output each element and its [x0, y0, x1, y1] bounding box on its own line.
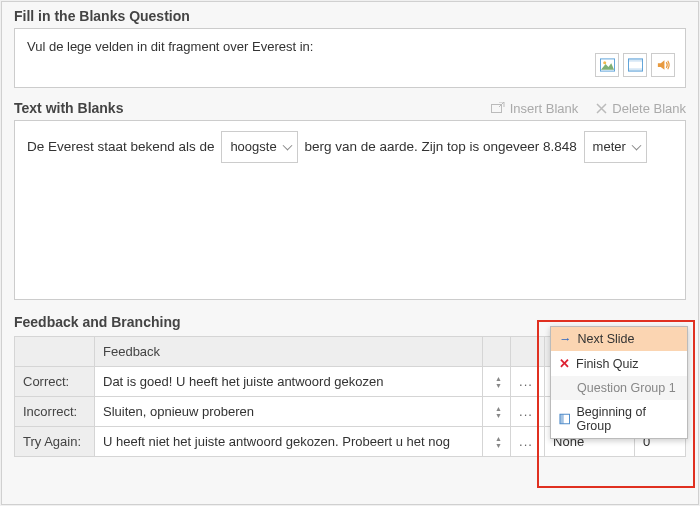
menu-item-finish-quiz[interactable]: ✕ Finish Quiz — [551, 351, 687, 376]
menu-item-beginning-of-group[interactable]: Beginning of Group — [551, 400, 687, 438]
empty-header — [15, 337, 95, 367]
more-button-correct[interactable]: ... — [511, 367, 545, 397]
more-col-header — [511, 337, 545, 367]
video-icon — [628, 58, 643, 72]
blanks-text-box[interactable]: De Everest staat bekend als de hoogste b… — [14, 120, 686, 300]
stepper-tryagain[interactable]: ▲▼ — [483, 427, 511, 457]
stepper-correct[interactable]: ▲▼ — [483, 367, 511, 397]
question-text-box[interactable]: Vul de lege velden in dit fragment over … — [14, 28, 686, 88]
row-label-correct: Correct: — [15, 367, 95, 397]
group-start-icon — [559, 413, 570, 425]
question-section-header: Fill in the Blanks Question — [2, 2, 698, 28]
blank-text-part-2: berg van de aarde. Zijn top is ongeveer … — [304, 139, 576, 154]
feedback-text-incorrect[interactable]: Sluiten, opnieuw proberen — [95, 397, 483, 427]
question-editor-panel: Fill in the Blanks Question Vul de lege … — [1, 1, 699, 505]
row-label-tryagain: Try Again: — [15, 427, 95, 457]
arrow-right-icon: → — [559, 332, 572, 346]
audio-icon — [656, 58, 671, 72]
insert-blank-button[interactable]: Insert Blank — [491, 101, 579, 116]
stepper-col-header — [483, 337, 511, 367]
question-text: Vul de lege velden in dit fragment over … — [27, 39, 313, 54]
blank-text-part-1: De Everest staat bekend als de — [27, 139, 215, 154]
more-button-incorrect[interactable]: ... — [511, 397, 545, 427]
add-video-button[interactable] — [623, 53, 647, 77]
add-audio-button[interactable] — [651, 53, 675, 77]
delete-blank-button[interactable]: Delete Blank — [596, 101, 686, 116]
add-image-button[interactable] — [595, 53, 619, 77]
stepper-incorrect[interactable]: ▲▼ — [483, 397, 511, 427]
text-with-blanks-header: Text with Blanks Insert Blank Delete Bla… — [2, 100, 698, 120]
branching-dropdown-menu: → Next Slide ✕ Finish Quiz Question Grou… — [550, 326, 688, 439]
more-button-tryagain[interactable]: ... — [511, 427, 545, 457]
text-with-blanks-title: Text with Blanks — [14, 100, 123, 116]
svg-point-1 — [603, 61, 606, 64]
svg-rect-7 — [560, 414, 564, 424]
insert-blank-icon — [491, 102, 505, 114]
delete-blank-icon — [596, 103, 607, 114]
svg-rect-4 — [628, 68, 642, 71]
menu-item-next-slide[interactable]: → Next Slide — [551, 327, 687, 351]
media-buttons — [595, 53, 675, 77]
close-icon: ✕ — [559, 356, 570, 371]
question-section-title: Fill in the Blanks Question — [14, 8, 190, 24]
blank-actions: Insert Blank Delete Blank — [491, 101, 686, 116]
image-icon — [600, 58, 615, 72]
svg-rect-3 — [628, 59, 642, 62]
feedback-text-correct[interactable]: Dat is goed! U heeft het juiste antwoord… — [95, 367, 483, 397]
feedback-text-tryagain[interactable]: U heeft niet het juiste antwoord gekozen… — [95, 427, 483, 457]
row-label-incorrect: Incorrect: — [15, 397, 95, 427]
feedback-col-header: Feedback — [95, 337, 483, 367]
menu-group-header: Question Group 1 — [551, 376, 687, 400]
blank-dropdown-1[interactable]: hoogste — [221, 131, 297, 163]
blank-dropdown-2[interactable]: meter — [584, 131, 647, 163]
